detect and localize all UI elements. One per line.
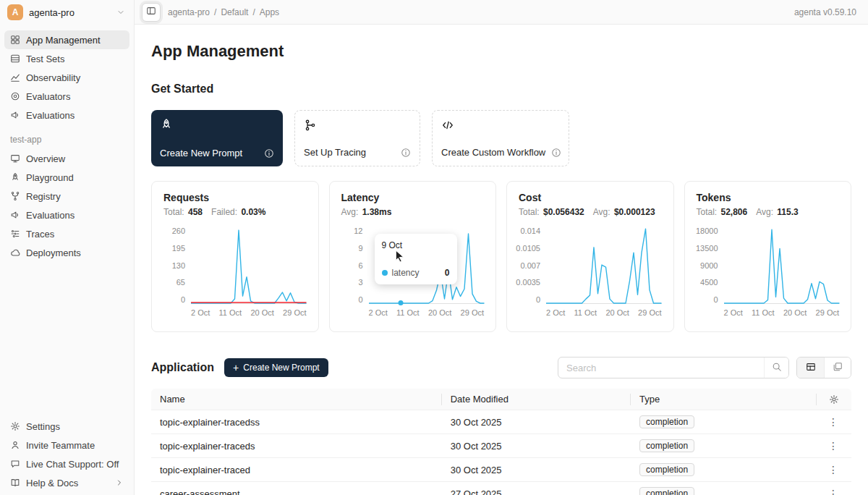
monitor-icon: [10, 153, 20, 164]
row-menu-button[interactable]: ⋮: [824, 440, 843, 452]
row-menu-button[interactable]: ⋮: [824, 488, 843, 495]
cell-date-modified: 30 Oct 2025: [442, 434, 631, 457]
gear-icon: [10, 421, 20, 431]
row-menu-button[interactable]: ⋮: [824, 464, 843, 475]
sidebar-item-deployments[interactable]: Deployments: [4, 243, 129, 262]
search-box: [558, 357, 789, 378]
type-badge: completion: [639, 415, 694, 428]
sidebar-nav-bottom: SettingsInvite TeammateLive Chat Support…: [0, 411, 134, 495]
sidebar-item-playground[interactable]: Playground: [4, 168, 129, 187]
y-axis-labels: 1800013500900045000: [697, 227, 724, 304]
sidebar-item-settings[interactable]: Settings: [4, 417, 129, 436]
application-heading: Application: [151, 361, 214, 374]
metric-title: Latency: [341, 192, 485, 203]
table-settings-cell: [817, 389, 851, 410]
sidebar-item-label: Evaluations: [26, 210, 75, 221]
table-row[interactable]: topic-explainer-traced30 Oct 2025complet…: [151, 458, 851, 482]
chevron_right-icon: [115, 478, 124, 487]
sidebar-item-overview[interactable]: Overview: [4, 149, 129, 168]
column-header-date-modified[interactable]: Date Modified: [442, 389, 631, 410]
workspace-selector[interactable]: A agenta-pro: [0, 0, 134, 25]
chart-icon: [10, 72, 20, 82]
sidebar-item-app-management[interactable]: App Management: [4, 30, 129, 49]
table-row[interactable]: topic-explainer-tracedss30 Oct 2025compl…: [151, 410, 851, 434]
card-label: Create Custom Workflow: [441, 147, 545, 158]
fork-icon: [10, 191, 20, 201]
sidebar-item-label: Settings: [26, 421, 60, 432]
book-icon: [10, 478, 20, 488]
metrics-row: RequestsTotal: 458Failed: 0.03%260195130…: [151, 181, 851, 332]
table-settings-icon[interactable]: [829, 394, 839, 405]
metric-card-requests: RequestsTotal: 458Failed: 0.03%260195130…: [151, 181, 319, 332]
workspace-avatar: A: [7, 4, 23, 20]
application-toolbar: [558, 357, 851, 378]
table-row[interactable]: career-assessment27 Oct 2025completion⋮: [151, 482, 851, 495]
table-view-button[interactable]: [797, 358, 824, 378]
search-button[interactable]: [764, 358, 788, 378]
sidebar-item-label: App Management: [26, 35, 101, 46]
rocket-icon: [160, 118, 274, 131]
get-started-cards: Create New PromptSet Up TracingCreate Cu…: [151, 110, 851, 166]
sidebar-item-label: Live Chat Support: Off: [26, 459, 119, 470]
megaphone-icon: [10, 210, 20, 220]
get-started-card-create-custom-workflow[interactable]: Create Custom Workflow: [432, 110, 569, 166]
sidebar-item-label: Invite Teammate: [26, 440, 95, 451]
sidebar-item-evaluators[interactable]: Evaluators: [4, 87, 129, 106]
app-version: agenta v0.59.10: [794, 7, 856, 17]
sidebar-item-label: Registry: [26, 191, 61, 202]
type-badge: completion: [639, 463, 694, 476]
sidebar-item-help-docs[interactable]: Help & Docs: [4, 473, 129, 492]
traces-icon: [10, 229, 20, 239]
sidebar-item-invite-teammate[interactable]: Invite Teammate: [4, 436, 129, 454]
x-axis-labels: 2 Oct11 Oct20 Oct29 Oct: [369, 308, 485, 317]
table-row[interactable]: topic-explainer-traceds30 Oct 2025comple…: [151, 434, 851, 458]
chat-icon: [10, 459, 20, 469]
sidebar-item-label: Traces: [26, 229, 54, 240]
column-header-type[interactable]: Type: [631, 389, 817, 410]
sidebar-item-evaluations[interactable]: Evaluations: [4, 106, 129, 124]
sidebar-item-label: Overview: [26, 153, 65, 164]
breadcrumb-item-agenta-pro[interactable]: agenta-pro: [168, 7, 210, 17]
sidebar-item-label: Evaluations: [26, 110, 75, 121]
row-menu-button[interactable]: ⋮: [824, 416, 843, 428]
sidebar-item-label: Playground: [26, 172, 74, 183]
x-axis-labels: 2 Oct11 Oct20 Oct29 Oct: [191, 308, 307, 317]
workspace-name: agenta-pro: [29, 7, 75, 18]
metric-card-latency: LatencyAvg: 1.38ms1296302 Oct11 Oct20 Oc…: [329, 181, 497, 332]
get-started-card-set-up-tracing[interactable]: Set Up Tracing: [294, 110, 420, 166]
grid-icon: [10, 35, 20, 45]
sidebar-toggle-button[interactable]: [142, 3, 161, 22]
y-axis-labels: 260195130650: [163, 227, 191, 304]
metric-stats: Total: 52,806Avg: 115.3: [697, 207, 840, 217]
search-icon: [772, 362, 782, 374]
get-started-card-create-new-prompt[interactable]: Create New Prompt: [151, 110, 283, 166]
x-axis-labels: 2 Oct11 Oct20 Oct29 Oct: [724, 308, 840, 317]
card-label: Set Up Tracing: [304, 147, 366, 158]
metric-stats: Total: $0.056432Avg: $0.000123: [519, 207, 662, 217]
metric-title: Cost: [519, 192, 662, 203]
breadcrumb-item-default[interactable]: Default: [221, 7, 248, 17]
target-icon: [10, 91, 20, 101]
metric-card-tokens: TokensTotal: 52,806Avg: 115.318000135009…: [684, 181, 852, 332]
breadcrumb-item-apps[interactable]: Apps: [260, 7, 279, 17]
sidebar-item-test-sets[interactable]: Test Sets: [4, 49, 129, 68]
column-header-name[interactable]: Name: [151, 389, 442, 410]
sidebar-item-traces[interactable]: Traces: [4, 224, 129, 243]
sidebar-item-live-chat-support-off[interactable]: Live Chat Support: Off: [4, 454, 129, 473]
search-input[interactable]: [558, 358, 764, 378]
metric-title: Requests: [163, 192, 307, 203]
metric-card-cost: CostTotal: $0.056432Avg: $0.0001230.0140…: [506, 181, 674, 332]
code-icon: [441, 119, 560, 132]
cell-name: topic-explainer-traced: [151, 458, 442, 481]
app-root: A agenta-pro App ManagementTest SetsObse…: [0, 0, 868, 495]
sidebar-item-observability[interactable]: Observability: [4, 68, 129, 87]
create-new-prompt-button[interactable]: + Create New Prompt: [224, 358, 328, 377]
y-axis-labels: 129630: [341, 227, 369, 304]
content: App Management Get Started Create New Pr…: [135, 25, 868, 495]
metric-title: Tokens: [697, 192, 840, 203]
x-axis-labels: 2 Oct11 Oct20 Oct29 Oct: [546, 308, 662, 317]
metric-stats: Avg: 1.38ms: [341, 207, 485, 217]
sidebar-item-registry[interactable]: Registry: [4, 187, 129, 206]
card-view-button[interactable]: [824, 358, 851, 378]
sidebar-item-evaluations[interactable]: Evaluations: [4, 206, 129, 224]
